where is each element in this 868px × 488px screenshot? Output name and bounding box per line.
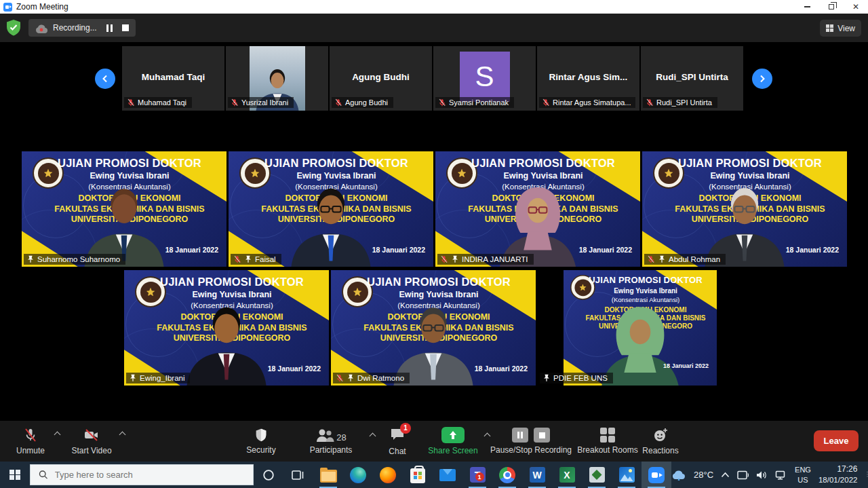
thumbnail-yusrizal-ibrani[interactable]: Yusrizal Ibrani bbox=[226, 46, 328, 111]
muted-mic-icon bbox=[231, 98, 239, 107]
pin-icon bbox=[542, 374, 551, 382]
view-button[interactable]: View bbox=[820, 20, 861, 37]
participant-name-tag: Abdul Rohman bbox=[644, 254, 726, 265]
video-tile-pdie-feb-uns[interactable]: UJIAN PROMOSI DOKTOR Ewing Yuvisa Ibrani… bbox=[538, 270, 743, 386]
avatar-initial: S bbox=[460, 52, 510, 102]
thumbnail-muhamad-taqi[interactable]: Muhamad Taqi Muhamad Taqi bbox=[122, 46, 224, 111]
filmstrip-next-button[interactable] bbox=[752, 69, 772, 89]
participant-silhouette bbox=[267, 184, 395, 267]
participant-name-tag: PDIE FEB UNS bbox=[540, 373, 613, 383]
teams-icon: T1 bbox=[470, 467, 486, 483]
video-tile-faisal[interactable]: UJIAN PROMOSI DOKTOR Ewing Yuvisa Ibrani… bbox=[229, 151, 433, 267]
undip-slide-background: UJIAN PROMOSI DOKTOR Ewing Yuvisa Ibrani… bbox=[331, 270, 536, 386]
participants-button[interactable]: 28 Participants bbox=[298, 421, 363, 462]
share-screen-button[interactable]: Share Screen bbox=[422, 421, 484, 462]
stop-recording-icon[interactable] bbox=[122, 24, 129, 31]
breakout-rooms-button[interactable]: Breakout Rooms bbox=[575, 421, 640, 462]
video-tile-dwi-ratmono[interactable]: UJIAN PROMOSI DOKTOR Ewing Yuvisa Ibrani… bbox=[331, 270, 536, 386]
participant-name-tag: Faisal bbox=[231, 254, 281, 265]
filmstrip-prev-button[interactable] bbox=[95, 69, 115, 89]
taskbar-zoom[interactable] bbox=[642, 462, 671, 488]
reactions-button[interactable]: Reactions bbox=[639, 421, 682, 462]
minimize-button[interactable] bbox=[795, 0, 819, 14]
taskbar-file-explorer[interactable] bbox=[313, 462, 343, 488]
reactions-smiley-icon bbox=[652, 427, 669, 443]
pause-stop-recording-button[interactable]: Pause/Stop Recording bbox=[494, 421, 568, 462]
muted-mic-icon bbox=[647, 255, 655, 263]
video-tile-suharnomo[interactable]: UJIAN PROMOSI DOKTOR Ewing Yuvisa Ibrani… bbox=[22, 151, 226, 267]
windows-taskbar: T1 W X 28°C ENG US 17:26 18/01/2022 bbox=[0, 462, 868, 488]
close-button[interactable]: ✕ bbox=[844, 0, 868, 14]
tablet-mode-icon[interactable] bbox=[737, 470, 749, 480]
task-view-button[interactable] bbox=[283, 462, 313, 488]
taskbar-excel[interactable]: X bbox=[552, 462, 582, 488]
muted-mic-icon bbox=[127, 98, 135, 107]
tray-date: 18/01/2022 bbox=[818, 475, 858, 485]
video-options-caret[interactable] bbox=[119, 430, 126, 437]
chat-badge: 1 bbox=[400, 423, 411, 434]
chat-button[interactable]: 1 Chat bbox=[381, 421, 414, 462]
thumbnail-rudi-spi[interactable]: Rudi_SPI Untirta Rudi_SPI Untirta bbox=[641, 46, 743, 111]
participant-name-tag: Yusrizal Ibrani bbox=[228, 97, 294, 108]
taskbar-mail[interactable] bbox=[433, 462, 462, 488]
undip-slide-background: UJIAN PROMOSI DOKTOR Ewing Yuvisa Ibrani… bbox=[22, 151, 226, 267]
encryption-shield-icon[interactable] bbox=[5, 19, 22, 37]
gallery-view-icon bbox=[826, 24, 834, 33]
taskbar-teams[interactable]: T1 bbox=[462, 462, 492, 488]
taskbar-firefox[interactable] bbox=[373, 462, 403, 488]
muted-mic-icon bbox=[440, 255, 448, 263]
video-gallery: Muhamad Taqi Muhamad Taqi Yusrizal Ibran… bbox=[0, 42, 868, 421]
temperature[interactable]: 28°C bbox=[694, 470, 713, 480]
taskbar-word[interactable]: W bbox=[522, 462, 552, 488]
pin-icon bbox=[658, 255, 666, 263]
weather-cloud-icon bbox=[671, 470, 686, 481]
start-video-button[interactable]: Start Video bbox=[66, 421, 117, 462]
muted-mic-icon bbox=[334, 98, 342, 107]
tray-expand-chevron[interactable] bbox=[721, 472, 730, 478]
participant-name-tag: Rintar Agus Simatupa... bbox=[539, 97, 635, 108]
security-button[interactable]: Security bbox=[240, 421, 282, 462]
cortana-button[interactable] bbox=[254, 462, 283, 488]
language-indicator[interactable]: ENG US bbox=[795, 465, 811, 485]
search-input[interactable] bbox=[55, 470, 245, 480]
participant-name-tag: INDIRA JANUARTI bbox=[437, 254, 534, 265]
clock[interactable]: 17:26 18/01/2022 bbox=[818, 464, 858, 485]
share-options-caret[interactable] bbox=[484, 432, 491, 438]
microsoft-store-icon bbox=[410, 468, 425, 483]
taskbar-photos[interactable] bbox=[612, 462, 642, 488]
participant-name-tag: Muhamad Taqi bbox=[124, 97, 192, 108]
taskbar-edge[interactable] bbox=[343, 462, 373, 488]
taskbar-store[interactable] bbox=[403, 462, 433, 488]
stop-recording-icon[interactable] bbox=[534, 428, 550, 443]
network-icon[interactable] bbox=[775, 470, 787, 480]
tray-time: 17:26 bbox=[818, 464, 858, 475]
taskbar-chrome[interactable] bbox=[492, 462, 522, 488]
restore-button[interactable] bbox=[819, 0, 844, 14]
undip-slide-background: UJIAN PROMOSI DOKTOR Ewing Yuvisa Ibrani… bbox=[642, 151, 847, 267]
zoom-icon bbox=[648, 467, 665, 483]
video-tile-abdul-rohman[interactable]: UJIAN PROMOSI DOKTOR Ewing Yuvisa Ibrani… bbox=[642, 151, 847, 267]
task-view-icon bbox=[292, 470, 305, 481]
action-center-button[interactable]: 3 bbox=[865, 469, 868, 481]
audio-options-caret[interactable] bbox=[54, 430, 61, 437]
thumbnail-syamsi-pontianak[interactable]: S Syamsi Pontianak bbox=[433, 46, 536, 111]
start-button[interactable] bbox=[0, 462, 30, 488]
pin-icon bbox=[129, 374, 137, 382]
thumbnail-rintar-agus[interactable]: Rintar Agus Sim... Rintar Agus Simatupa.… bbox=[537, 46, 639, 111]
video-tile-indira[interactable]: UJIAN PROMOSI DOKTOR Ewing Yuvisa Ibrani… bbox=[435, 151, 640, 267]
volume-icon[interactable] bbox=[756, 470, 768, 480]
participants-caret[interactable] bbox=[370, 432, 376, 438]
pause-recording-icon[interactable] bbox=[106, 24, 113, 32]
leave-button[interactable]: Leave bbox=[814, 430, 859, 451]
teams-badge: 1 bbox=[475, 472, 484, 481]
muted-mic-icon bbox=[233, 255, 241, 263]
video-tile-ewing-ibrani[interactable]: UJIAN PROMOSI DOKTOR Ewing Yuvisa Ibrani… bbox=[124, 270, 329, 386]
taskbar-gis-app[interactable] bbox=[582, 462, 612, 488]
pause-recording-icon[interactable] bbox=[512, 428, 528, 443]
firefox-icon bbox=[380, 467, 396, 483]
meeting-toolbar: Unmute Start Video Security 28 Participa… bbox=[0, 421, 868, 462]
thumbnail-agung-budhi[interactable]: Agung Budhi Agung Budhi bbox=[330, 46, 432, 111]
unmute-button[interactable]: Unmute bbox=[9, 421, 52, 462]
taskbar-search[interactable] bbox=[30, 464, 254, 485]
undip-slide-background: UJIAN PROMOSI DOKTOR Ewing Yuvisa Ibrani… bbox=[229, 151, 433, 267]
